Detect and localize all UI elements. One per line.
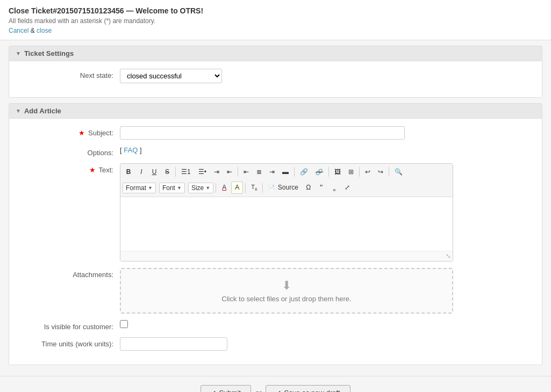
font-label: Font xyxy=(162,184,175,192)
sep3 xyxy=(294,167,295,177)
cancel-link[interactable]: Cancel xyxy=(9,27,28,34)
options-row: Options: [ FAQ ] xyxy=(18,146,533,157)
size-arrow: ▼ xyxy=(205,185,210,191)
submit-label: Submit xyxy=(219,389,240,392)
subject-input[interactable] xyxy=(120,126,405,140)
find-button[interactable]: 🔍 xyxy=(391,166,406,178)
attach-download-icon: ⬇ xyxy=(131,279,442,293)
sep9 xyxy=(262,183,263,193)
fullscreen-button[interactable]: ⤢ xyxy=(341,182,353,194)
save-draft-button[interactable]: ✔ Save as new draft xyxy=(266,385,350,392)
page-links: Cancel & close xyxy=(9,27,542,34)
special-chars-button[interactable]: Ω xyxy=(303,182,314,194)
close-link[interactable]: close xyxy=(37,27,52,34)
bg-color-button[interactable]: A xyxy=(231,182,243,194)
align-center-button[interactable]: ≣ xyxy=(253,166,265,178)
font-dropdown[interactable]: Font ▼ xyxy=(159,183,185,193)
or-text: or xyxy=(255,389,262,392)
ticket-settings-label: Ticket Settings xyxy=(24,49,74,57)
required-star: ★ xyxy=(78,129,85,137)
link-button[interactable]: 🔗 xyxy=(297,166,311,178)
collapse-icon-article: ▼ xyxy=(16,108,21,114)
page-subtitle: All fields marked with an asterisk (*) a… xyxy=(9,17,542,25)
font-arrow: ▼ xyxy=(177,185,182,191)
add-article-section: ▼ Add Article ★ Subject: Options: [ FAQ … xyxy=(9,103,542,365)
page-header: Close Ticket#2015071510123456 — Welcome … xyxy=(0,0,551,40)
sep4 xyxy=(328,167,329,177)
ordered-list-button[interactable]: ☰1 xyxy=(178,166,194,178)
text-label: ★ Text: xyxy=(18,163,120,174)
editor-wrapper: B I U S ☰1 ☰• ⇥ ⇤ ⇤ ≣ ⇥ xyxy=(120,163,453,262)
undo-button[interactable]: ↩ xyxy=(362,166,374,178)
save-draft-label: Save as new draft xyxy=(284,389,340,392)
indent-button[interactable]: ⇥ xyxy=(211,166,223,178)
size-dropdown[interactable]: Size ▼ xyxy=(188,183,213,193)
ticket-settings-header[interactable]: ▼ Ticket Settings xyxy=(9,46,542,61)
page-footer: ✔ Submit or ✔ Save as new draft xyxy=(0,376,551,392)
unordered-list-button[interactable]: ☰• xyxy=(195,166,210,178)
submit-button[interactable]: ✔ Submit xyxy=(201,385,251,392)
align-justify-button[interactable]: ▬ xyxy=(279,166,292,178)
align-right-button[interactable]: ⇥ xyxy=(266,166,278,178)
save-draft-icon: ✔ xyxy=(276,389,281,392)
faq-link[interactable]: FAQ xyxy=(124,146,138,154)
subject-row: ★ Subject: xyxy=(18,126,533,140)
attachments-label: Attachments: xyxy=(18,268,120,279)
sep8 xyxy=(245,183,246,193)
source-icon: 📄 xyxy=(268,185,275,191)
main-content: ▼ Ticket Settings Next state: closed suc… xyxy=(0,40,551,376)
unlink-button[interactable]: 🔗 xyxy=(312,166,326,178)
toolbar-row-2: Format ▼ Font ▼ Size ▼ xyxy=(123,181,450,195)
blockquote-button[interactable]: " xyxy=(316,181,327,195)
italic-button[interactable]: I xyxy=(135,166,147,178)
format-dropdown[interactable]: Format ▼ xyxy=(123,183,156,193)
sep5 xyxy=(359,167,360,177)
format-arrow: ▼ xyxy=(148,185,153,191)
outdent-button[interactable]: ⇤ xyxy=(224,166,235,178)
sep6 xyxy=(389,167,389,177)
underline-button[interactable]: U xyxy=(148,166,160,178)
visible-row: Is visible for customer: xyxy=(18,320,533,331)
quote-button[interactable]: „ xyxy=(328,181,340,195)
visible-label: Is visible for customer: xyxy=(18,320,120,331)
editor-area[interactable] xyxy=(120,197,453,251)
sep1 xyxy=(175,167,176,177)
format-label: Format xyxy=(126,184,146,192)
font-color-button[interactable]: A xyxy=(218,182,230,194)
sep7 xyxy=(216,183,216,193)
time-units-row: Time units (work units): xyxy=(18,337,533,351)
resize-handle[interactable]: ⤡ xyxy=(120,251,453,261)
strikethrough-button[interactable]: S xyxy=(161,166,173,178)
attachments-text: Click to select files or just drop them … xyxy=(131,295,442,303)
ticket-settings-body: Next state: closed successful closed uns… xyxy=(9,61,542,97)
resize-icon: ⤡ xyxy=(446,252,451,260)
add-article-header[interactable]: ▼ Add Article xyxy=(9,104,542,119)
options-label: Options: xyxy=(18,146,120,157)
options-content: [ FAQ ] xyxy=(120,146,142,154)
editor-toolbar: B I U S ☰1 ☰• ⇥ ⇤ ⇤ ≣ ⇥ xyxy=(120,164,453,197)
source-label: Source xyxy=(278,184,298,191)
text-row: ★ Text: B I U S ☰1 ☰• ⇥ xyxy=(18,163,533,262)
visible-checkbox[interactable] xyxy=(120,320,128,328)
text-required-star: ★ xyxy=(89,166,96,174)
source-button[interactable]: 📄 Source xyxy=(265,182,301,194)
submit-icon: ✔ xyxy=(211,389,216,392)
size-label: Size xyxy=(191,184,204,192)
ticket-settings-section: ▼ Ticket Settings Next state: closed suc… xyxy=(9,46,542,98)
toolbar-row-1: B I U S ☰1 ☰• ⇥ ⇤ ⇤ ≣ ⇥ xyxy=(123,166,450,178)
subject-label: ★ Subject: xyxy=(18,126,120,137)
next-state-select[interactable]: closed successful closed unsuccessful op… xyxy=(120,69,222,83)
align-left-button[interactable]: ⇤ xyxy=(240,166,252,178)
clear-format-button[interactable]: Tx xyxy=(248,182,260,194)
page-title: Close Ticket#2015071510123456 — Welcome … xyxy=(9,6,542,15)
add-article-body: ★ Subject: Options: [ FAQ ] ★ Text: xyxy=(9,119,542,365)
time-units-input[interactable] xyxy=(120,337,227,351)
collapse-icon: ▼ xyxy=(16,50,21,56)
sep2 xyxy=(238,167,238,177)
image-button[interactable]: 🖼 xyxy=(331,166,344,178)
table-button[interactable]: ⊞ xyxy=(345,166,357,178)
bold-button[interactable]: B xyxy=(123,166,134,178)
attachments-row: Attachments: ⬇ Click to select files or … xyxy=(18,268,533,314)
attachments-dropzone[interactable]: ⬇ Click to select files or just drop the… xyxy=(120,268,453,314)
redo-button[interactable]: ↪ xyxy=(375,166,387,178)
